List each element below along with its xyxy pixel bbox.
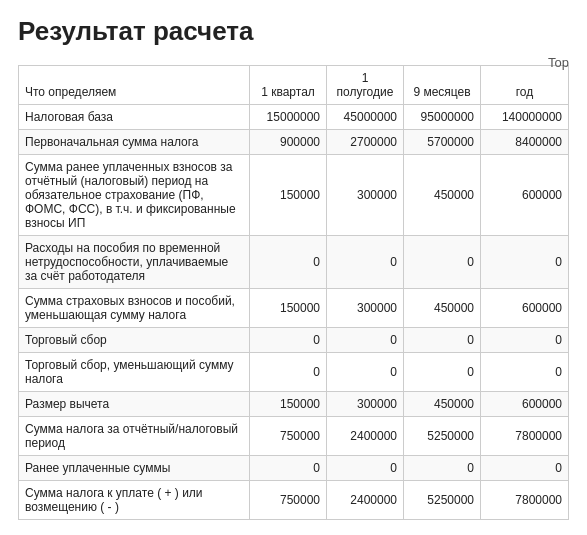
cell-q1: 0 — [250, 353, 327, 392]
table-row: Сумма налога к уплате ( + ) или возмещен… — [19, 481, 569, 520]
cell-description: Первоначальная сумма налога — [19, 130, 250, 155]
col-header-q1: 1 квартал — [250, 66, 327, 105]
cell-m9: 0 — [404, 328, 481, 353]
main-container: Результат расчета Top Что определяем 1 к… — [0, 0, 587, 535]
table-row: Торговый сбор0000 — [19, 328, 569, 353]
cell-h1: 0 — [327, 456, 404, 481]
table-row: Налоговая база15000000450000009500000014… — [19, 105, 569, 130]
cell-h1: 0 — [327, 353, 404, 392]
cell-h1: 0 — [327, 328, 404, 353]
table-row: Расходы на пособия по временной нетрудос… — [19, 236, 569, 289]
cell-description: Расходы на пособия по временной нетрудос… — [19, 236, 250, 289]
cell-m9: 0 — [404, 353, 481, 392]
cell-q1: 0 — [250, 456, 327, 481]
cell-q1: 750000 — [250, 417, 327, 456]
top-link[interactable]: Top — [548, 55, 569, 70]
cell-m9: 95000000 — [404, 105, 481, 130]
table-row: Сумма страховых взносов и пособий, умень… — [19, 289, 569, 328]
cell-q1: 0 — [250, 328, 327, 353]
cell-year: 0 — [481, 353, 569, 392]
col-header-h1: 1 полугодие — [327, 66, 404, 105]
cell-m9: 5700000 — [404, 130, 481, 155]
cell-m9: 450000 — [404, 155, 481, 236]
cell-h1: 2700000 — [327, 130, 404, 155]
cell-year: 7800000 — [481, 481, 569, 520]
col-header-year: год — [481, 66, 569, 105]
table-row: Размер вычета150000300000450000600000 — [19, 392, 569, 417]
table-row: Ранее уплаченные суммы0000 — [19, 456, 569, 481]
cell-h1: 300000 — [327, 155, 404, 236]
cell-year: 0 — [481, 236, 569, 289]
cell-description: Ранее уплаченные суммы — [19, 456, 250, 481]
cell-q1: 150000 — [250, 392, 327, 417]
cell-q1: 750000 — [250, 481, 327, 520]
cell-h1: 2400000 — [327, 481, 404, 520]
cell-h1: 300000 — [327, 392, 404, 417]
cell-description: Торговый сбор, уменьшающий сумму налога — [19, 353, 250, 392]
cell-m9: 450000 — [404, 289, 481, 328]
cell-description: Сумма страховых взносов и пособий, умень… — [19, 289, 250, 328]
cell-m9: 0 — [404, 456, 481, 481]
cell-q1: 15000000 — [250, 105, 327, 130]
cell-m9: 5250000 — [404, 417, 481, 456]
cell-q1: 150000 — [250, 155, 327, 236]
table-row: Сумма налога за отчётный/налоговый перио… — [19, 417, 569, 456]
table-row: Сумма ранее уплаченных взносов за отчётн… — [19, 155, 569, 236]
cell-year: 0 — [481, 456, 569, 481]
cell-m9: 450000 — [404, 392, 481, 417]
cell-h1: 300000 — [327, 289, 404, 328]
cell-description: Торговый сбор — [19, 328, 250, 353]
cell-h1: 0 — [327, 236, 404, 289]
cell-description: Сумма налога к уплате ( + ) или возмещен… — [19, 481, 250, 520]
table-row: Торговый сбор, уменьшающий сумму налога0… — [19, 353, 569, 392]
results-table: Что определяем 1 квартал 1 полугодие 9 м… — [18, 65, 569, 520]
cell-description: Размер вычета — [19, 392, 250, 417]
cell-description: Налоговая база — [19, 105, 250, 130]
cell-description: Сумма ранее уплаченных взносов за отчётн… — [19, 155, 250, 236]
cell-year: 8400000 — [481, 130, 569, 155]
cell-m9: 5250000 — [404, 481, 481, 520]
cell-year: 140000000 — [481, 105, 569, 130]
col-header-description: Что определяем — [19, 66, 250, 105]
cell-m9: 0 — [404, 236, 481, 289]
cell-h1: 2400000 — [327, 417, 404, 456]
cell-h1: 45000000 — [327, 105, 404, 130]
cell-description: Сумма налога за отчётный/налоговый перио… — [19, 417, 250, 456]
cell-year: 600000 — [481, 392, 569, 417]
cell-year: 0 — [481, 328, 569, 353]
cell-q1: 900000 — [250, 130, 327, 155]
cell-year: 7800000 — [481, 417, 569, 456]
col-header-m9: 9 месяцев — [404, 66, 481, 105]
cell-q1: 150000 — [250, 289, 327, 328]
cell-year: 600000 — [481, 289, 569, 328]
cell-q1: 0 — [250, 236, 327, 289]
cell-year: 600000 — [481, 155, 569, 236]
table-row: Первоначальная сумма налога9000002700000… — [19, 130, 569, 155]
page-title: Результат расчета — [18, 16, 569, 47]
